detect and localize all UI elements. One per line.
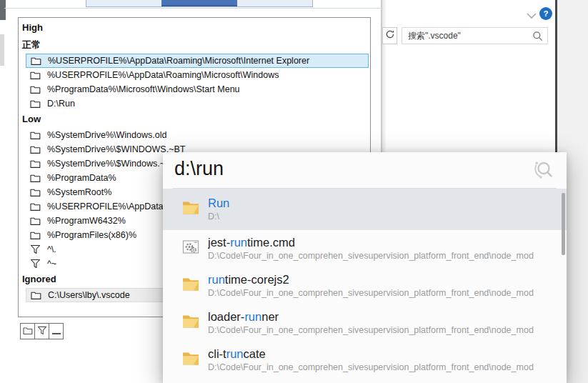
folder-outline-icon: [30, 173, 41, 183]
result-name-post: ner: [261, 310, 279, 323]
result-path: D:\Code\Four_in_one_comprehen_sivesuperv…: [208, 362, 567, 374]
folder-icon: [181, 277, 200, 295]
result-path: D:\: [208, 211, 567, 223]
folder-outline-icon: [30, 187, 41, 197]
result-name-post: cate: [244, 347, 266, 360]
chevron-down-icon[interactable]: [527, 9, 537, 16]
explorer-search-input[interactable]: [402, 28, 547, 44]
background-window-fragment: [0, 34, 4, 66]
priority-item[interactable]: %ProgramData%\Microsoft\Windows\Start Me…: [19, 82, 369, 96]
result-name-post: time.cmd: [247, 236, 295, 249]
folder-icon: [181, 314, 200, 332]
help-button[interactable]: ?: [539, 7, 552, 20]
refresh-icon: [385, 29, 395, 42]
result-name-pre: loader-: [208, 310, 244, 323]
remove-button[interactable]: [49, 323, 64, 339]
result-path: D:\Code\Four_in_one_comprehen_sivesuperv…: [208, 250, 567, 262]
priority-item-label: ^\.: [47, 244, 56, 254]
result-name-match: run: [244, 310, 261, 323]
search-result-row[interactable]: runtime-corejs2 D:\Code\Four_in_one_comp…: [163, 267, 567, 304]
add-folder-button[interactable]: [20, 323, 35, 339]
folder-outline-icon: [30, 230, 41, 240]
priority-item[interactable]: %SystemDrive%\Windows.old: [19, 128, 369, 142]
tab-active[interactable]: [161, 0, 236, 6]
search-result-row[interactable]: Run D:\: [163, 189, 567, 230]
priority-item-label: %ProgramData%: [47, 173, 116, 183]
filter-funnel-icon: [30, 244, 41, 254]
search-result-row[interactable]: jest-runtime.cmd D:\Code\Four_in_one_com…: [163, 230, 567, 267]
result-name-post: time-corejs2: [225, 273, 289, 286]
popup-scrollbar-thumb[interactable]: [562, 193, 565, 255]
groupbox-top-border: [4, 8, 383, 9]
folder-outline-icon: [30, 202, 41, 212]
priority-item-label: D:\Run: [47, 99, 75, 109]
folder-outline-icon: [30, 159, 41, 169]
priority-item[interactable]: %USERPROFILE%\AppData\Roaming\Microsoft\…: [19, 68, 369, 82]
result-path: D:\Code\Four_in_one_comprehen_sivesuperv…: [208, 324, 567, 337]
list-edit-toolbar: [20, 323, 63, 339]
folder-icon: [181, 200, 200, 219]
folder-outline-icon: [30, 144, 41, 154]
search-icon[interactable]: [532, 31, 543, 44]
priority-item-label: C:\Users\lby\.vscode: [48, 290, 130, 300]
folder-outline-icon: [31, 56, 41, 66]
search-result-row[interactable]: cli-truncate D:\Code\Four_in_one_compreh…: [163, 342, 567, 379]
folder-outline-icon: [30, 130, 41, 140]
background-window-fragment: [0, 0, 6, 20]
search-result-row[interactable]: loader-runner D:\Code\Four_in_one_compre…: [163, 304, 567, 342]
folder-outline-icon: [30, 70, 41, 80]
result-name-match: run: [226, 347, 244, 360]
folder-outline-icon: [23, 325, 33, 338]
launcher-logo-icon: [531, 157, 557, 186]
folder-outline-icon: [31, 290, 41, 300]
result-name-match: Run: [208, 197, 229, 209]
priority-item-label: %ProgramW6432%: [47, 216, 126, 226]
result-name-match: run: [208, 273, 225, 286]
tab-left[interactable]: [86, 0, 161, 6]
result-name-match: run: [230, 236, 247, 249]
filter-funnel-icon: [30, 259, 41, 269]
section-header-low: Low: [19, 111, 370, 128]
filter-funnel-icon: [37, 325, 47, 338]
priority-item[interactable]: %USERPROFILE%\AppData\Roaming\Microsoft\…: [26, 54, 369, 68]
priority-item-label: %ProgramFiles(x86)%: [47, 230, 136, 240]
folder-outline-icon: [30, 84, 41, 94]
result-path: D:\Code\Four_in_one_comprehen_sivesuperv…: [208, 287, 567, 299]
result-name-pre: cli-t: [208, 347, 226, 360]
priority-item-label: %USERPROFILE%\AppData\Roaming\Microsoft\…: [48, 56, 309, 66]
folder-outline-icon: [30, 216, 41, 226]
minus-icon: [52, 325, 61, 338]
priority-item-label: %SystemDrive%\$Windows.~WS: [47, 159, 179, 169]
launcher-popup: Run D:\ jest-runtime.cmd D:\Code\Four_in…: [163, 152, 567, 383]
priority-item-label: ^~: [47, 259, 56, 269]
section-header-normal: 正常: [19, 36, 370, 54]
refresh-button[interactable]: [382, 27, 397, 44]
priority-item-label: %USERPROFILE%\AppData: [47, 202, 164, 212]
priority-item[interactable]: D:\Run: [19, 96, 369, 111]
result-name-pre: jest-: [208, 236, 230, 249]
add-filter-button[interactable]: [34, 323, 49, 339]
launcher-header: [163, 152, 567, 188]
priority-item-label: %USERPROFILE%\AppData\Roaming\Microsoft\…: [47, 70, 279, 80]
priority-item-label: %SystemDrive%\Windows.old: [47, 130, 166, 140]
priority-item-label: %ProgramData%\Microsoft\Windows\Start Me…: [47, 84, 240, 94]
cmd-file-icon: [181, 239, 200, 258]
folder-icon: [181, 351, 200, 369]
folder-outline-icon: [30, 99, 41, 109]
tab-right[interactable]: [237, 0, 312, 6]
launcher-query-input[interactable]: [174, 158, 517, 180]
section-header-high: High: [19, 19, 370, 36]
search-results-list: Run D:\ jest-runtime.cmd D:\Code\Four_in…: [163, 189, 567, 383]
priority-item-label: %SystemRoot%: [47, 187, 111, 197]
options-tab-strip: [86, 0, 313, 7]
explorer-search-box: [402, 27, 548, 44]
